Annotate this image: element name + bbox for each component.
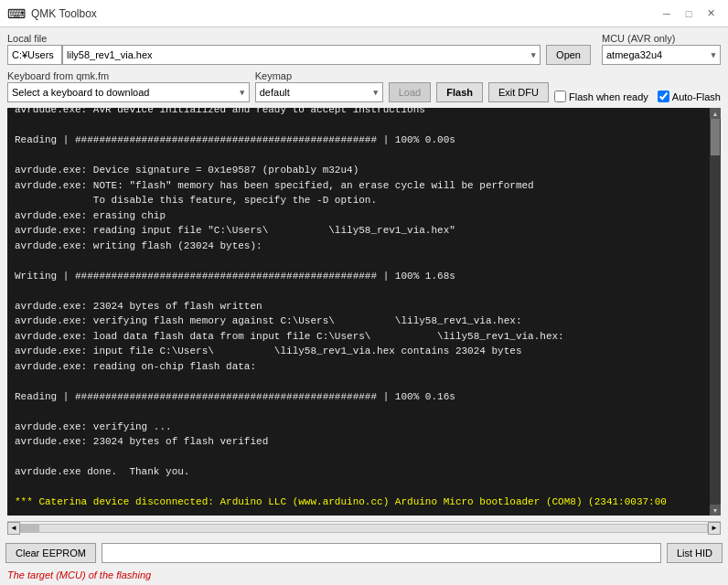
- mcu-select[interactable]: atmega32u4: [602, 45, 721, 65]
- app-icon: ⌨: [7, 6, 26, 21]
- scroll-right-button[interactable]: ►: [708, 522, 721, 535]
- app-title: QMK Toolbox: [31, 7, 97, 20]
- title-bar: ⌨ QMK Toolbox ─ □ ✕: [0, 0, 728, 27]
- console-text: avrdude.exe: AVR device initialized and …: [7, 108, 710, 516]
- h-scroll-thumb[interactable]: [21, 525, 39, 532]
- keymap-label: Keymap: [255, 70, 383, 81]
- vertical-scrollbar[interactable]: ▲ ▼: [710, 108, 721, 516]
- flash-button[interactable]: Flash: [436, 82, 483, 102]
- auto-flash-checkbox[interactable]: [658, 90, 669, 102]
- status-input-wrapper: [102, 543, 661, 563]
- file-path-select[interactable]: lily58_rev1_via.hex: [62, 45, 541, 65]
- horizontal-scrollbar[interactable]: ◄ ►: [7, 521, 721, 534]
- minimize-button[interactable]: ─: [657, 4, 677, 24]
- flash-when-ready-label[interactable]: Flash when ready: [554, 90, 648, 102]
- flash-when-ready-checkbox[interactable]: [554, 90, 566, 102]
- bottom-bar: Clear EEPROM List HID: [0, 539, 728, 567]
- scroll-down-button[interactable]: ▼: [710, 505, 721, 516]
- scroll-track[interactable]: [710, 119, 721, 505]
- close-button[interactable]: ✕: [701, 4, 721, 24]
- load-button[interactable]: Load: [389, 82, 431, 102]
- auto-flash-label[interactable]: Auto-Flash: [658, 90, 721, 102]
- status-input[interactable]: [102, 543, 661, 563]
- mcu-label: MCU (AVR only): [602, 33, 721, 44]
- open-button[interactable]: Open: [546, 45, 591, 65]
- maximize-button[interactable]: □: [679, 4, 699, 24]
- auto-flash-text: Auto-Flash: [672, 91, 721, 102]
- main-content: Local file lily58_rev1_via.hex ▼ Open MC…: [0, 27, 728, 539]
- scroll-thumb[interactable]: [711, 119, 720, 155]
- file-path-prefix[interactable]: [7, 45, 62, 65]
- title-bar-controls: ─ □ ✕: [657, 4, 721, 24]
- list-hid-button[interactable]: List HID: [667, 543, 723, 563]
- local-file-label: Local file: [7, 33, 591, 44]
- exit-dfu-button[interactable]: Exit DFU: [488, 82, 549, 102]
- scroll-left-button[interactable]: ◄: [7, 522, 20, 535]
- keyboard-label: Keyboard from qmk.fm: [7, 70, 250, 81]
- title-bar-left: ⌨ QMK Toolbox: [7, 6, 97, 21]
- keymap-select[interactable]: default: [255, 82, 383, 102]
- flash-when-ready-text: Flash when ready: [569, 91, 648, 102]
- status-text: The target (MCU) of the flashing: [7, 569, 151, 580]
- clear-eeprom-button[interactable]: Clear EEPROM: [5, 543, 96, 563]
- keyboard-select[interactable]: Select a keyboard to download: [7, 82, 250, 102]
- h-scroll-track[interactable]: [20, 524, 708, 533]
- console-area[interactable]: avrdude.exe: AVR device initialized and …: [7, 108, 721, 516]
- scroll-up-button[interactable]: ▲: [710, 108, 721, 119]
